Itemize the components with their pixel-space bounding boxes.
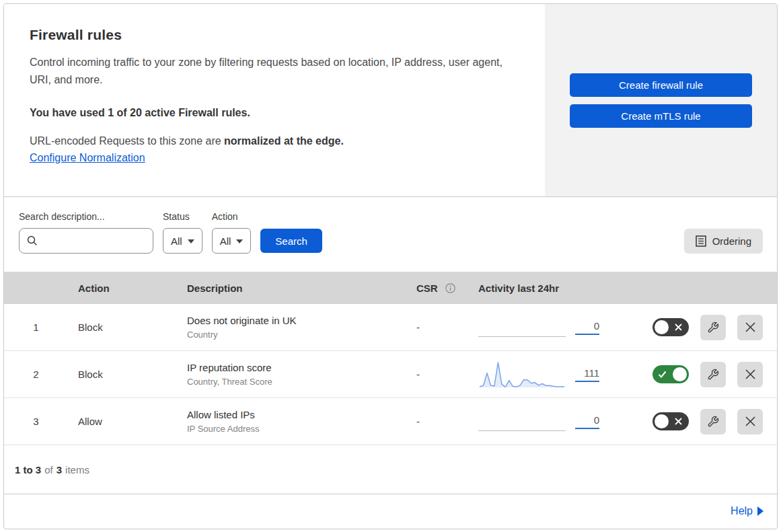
close-icon xyxy=(745,321,756,333)
pagination-summary: 1 to 3 of 3 items xyxy=(4,445,777,494)
ordering-list-icon xyxy=(696,235,706,247)
close-icon xyxy=(745,416,756,427)
configure-normalization-link[interactable]: Configure Normalization xyxy=(30,152,145,164)
action-filter-group: Action All xyxy=(212,211,252,254)
rule-enabled-toggle[interactable] xyxy=(653,365,689,383)
action-dropdown-value: All xyxy=(220,235,231,247)
activity-sparkline xyxy=(478,360,566,389)
toggle-knob xyxy=(673,367,687,381)
csr-column-header: CSR xyxy=(408,282,461,294)
rule-enabled-toggle[interactable] xyxy=(653,318,689,336)
close-icon xyxy=(745,369,756,380)
rule-description-cell: Allow listed IPs IP Source Address xyxy=(186,409,408,434)
activity-column-header: Activity last 24hr xyxy=(461,282,618,294)
normalization-note: URL-encoded Requests to this zone are no… xyxy=(30,135,519,147)
pagination-of: of xyxy=(44,464,53,476)
rule-fields: Country xyxy=(187,330,408,340)
search-box xyxy=(19,228,153,254)
x-icon xyxy=(674,323,683,332)
activity-count-link[interactable]: 111 xyxy=(575,367,599,382)
rule-controls xyxy=(618,362,777,387)
pagination-items: items xyxy=(65,464,89,476)
status-dropdown[interactable]: All xyxy=(163,228,202,254)
edit-rule-button[interactable] xyxy=(700,409,726,434)
wrench-icon xyxy=(707,416,719,428)
rule-csr-value: - xyxy=(408,321,461,333)
rule-controls xyxy=(618,315,777,340)
activity-sparkline xyxy=(478,407,566,436)
rule-priority: 3 xyxy=(4,416,68,427)
activity-count-link[interactable]: 0 xyxy=(575,414,599,429)
activity-sparkline xyxy=(478,313,566,342)
x-icon xyxy=(674,417,683,426)
search-icon xyxy=(27,235,38,246)
delete-rule-button[interactable] xyxy=(737,409,763,434)
rule-action: Block xyxy=(68,321,186,333)
edit-rule-button[interactable] xyxy=(700,362,726,387)
rule-fields: IP Source Address xyxy=(187,424,408,434)
rule-activity-cell: 0 xyxy=(461,313,618,342)
ordering-button[interactable]: Ordering xyxy=(684,229,763,254)
rule-csr-value: - xyxy=(408,416,461,427)
help-link[interactable]: Help xyxy=(731,505,764,517)
search-button[interactable]: Search xyxy=(260,229,322,253)
rule-action: Allow xyxy=(68,416,186,427)
action-label: Action xyxy=(212,211,252,222)
wrench-icon xyxy=(707,321,719,334)
csr-column-label: CSR xyxy=(416,282,438,294)
create-firewall-rule-button[interactable]: Create firewall rule xyxy=(570,73,752,97)
search-group: Search description... xyxy=(19,211,153,254)
header-actions-panel: Create firewall rule Create mTLS rule xyxy=(545,4,777,196)
rule-controls xyxy=(618,409,777,434)
rule-activity-cell: 111 xyxy=(461,360,618,389)
filter-bar: Search description... Status All Action … xyxy=(4,197,777,272)
rule-csr-value: - xyxy=(408,369,461,380)
rule-description: IP reputation score xyxy=(187,362,408,373)
info-icon[interactable] xyxy=(445,283,455,293)
search-description-input[interactable] xyxy=(19,228,153,254)
status-dropdown-value: All xyxy=(171,235,182,247)
edit-rule-button[interactable] xyxy=(700,315,726,340)
chevron-down-icon xyxy=(236,239,243,243)
status-filter-group: Status All xyxy=(163,211,202,254)
create-mtls-rule-button[interactable]: Create mTLS rule xyxy=(570,104,752,128)
rule-description-cell: Does not originate in UK Country xyxy=(186,315,408,340)
help-strip: Help xyxy=(4,494,777,527)
help-link-label: Help xyxy=(731,505,753,517)
toggle-knob xyxy=(655,414,669,428)
rule-activity-cell: 0 xyxy=(461,407,618,436)
table-header-row: Action Description CSR Activity last 24h… xyxy=(4,272,777,304)
rule-description-cell: IP reputation score Country, Threat Scor… xyxy=(186,362,408,387)
rule-description: Does not originate in UK xyxy=(187,315,408,326)
header-text-block: Firewall rules Control incoming traffic … xyxy=(4,4,545,196)
firewall-rules-card: Firewall rules Control incoming traffic … xyxy=(3,3,778,529)
delete-rule-button[interactable] xyxy=(737,362,763,387)
rule-priority: 2 xyxy=(4,369,68,380)
action-dropdown[interactable]: All xyxy=(212,228,252,254)
search-label: Search description... xyxy=(19,211,153,222)
rule-fields: Country, Threat Score xyxy=(187,377,408,387)
status-label: Status xyxy=(163,211,202,222)
description-column-header: Description xyxy=(186,282,408,294)
usage-note: You have used 1 of 20 active Firewall ru… xyxy=(30,107,519,119)
page-description: Control incoming traffic to your zone by… xyxy=(30,54,507,89)
toggle-knob xyxy=(655,320,669,334)
chevron-down-icon xyxy=(188,239,194,243)
rule-priority: 1 xyxy=(4,321,68,333)
firewall-rule-row: 3 Allow Allow listed IPs IP Source Addre… xyxy=(4,398,777,445)
chevron-right-icon xyxy=(757,506,764,516)
page-title: Firewall rules xyxy=(30,27,519,43)
normalization-prefix: URL-encoded Requests to this zone are xyxy=(30,135,224,147)
activity-count-link[interactable]: 0 xyxy=(575,320,599,335)
firewall-rule-row: 2 Block IP reputation score Country, Thr… xyxy=(4,351,777,398)
rule-description: Allow listed IPs xyxy=(187,409,408,420)
rule-action: Block xyxy=(68,369,186,380)
check-icon xyxy=(658,370,667,379)
rule-enabled-toggle[interactable] xyxy=(653,412,689,430)
pagination-range: 1 to 3 xyxy=(15,464,41,476)
delete-rule-button[interactable] xyxy=(737,315,763,340)
pagination-total: 3 xyxy=(57,464,62,476)
header-section: Firewall rules Control incoming traffic … xyxy=(4,4,777,197)
firewall-rule-row: 1 Block Does not originate in UK Country… xyxy=(4,304,777,351)
normalization-bold: normalized at the edge. xyxy=(224,135,344,147)
